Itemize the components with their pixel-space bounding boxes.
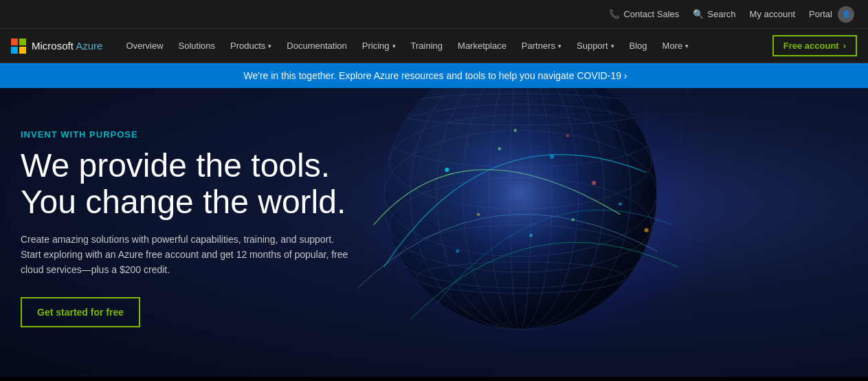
- chevron-down-icon: ▾: [685, 43, 689, 50]
- chevron-down-icon: ▾: [611, 43, 614, 50]
- nav-item-more[interactable]: More ▾: [656, 29, 696, 63]
- logo-sq-red: [11, 39, 18, 45]
- avatar: 👤: [838, 6, 854, 23]
- chevron-right-icon: ›: [843, 41, 846, 51]
- nav-item-support[interactable]: Support ▾: [570, 29, 621, 63]
- nav-item-documentation[interactable]: Documentation: [280, 29, 353, 63]
- top-bar: 📞 Contact Sales 🔍 Search My account Port…: [0, 0, 868, 29]
- nav-item-training[interactable]: Training: [404, 29, 449, 63]
- svg-point-24: [645, 228, 649, 232]
- main-nav: Microsoft Azure Overview Solutions Produ…: [0, 29, 868, 63]
- nav-item-products[interactable]: Products ▾: [223, 29, 278, 63]
- microsoft-logo: [11, 39, 26, 54]
- logo-text: Microsoft Azure: [32, 40, 102, 52]
- logo-sq-blue: [11, 47, 18, 54]
- hero-content: INVENT WITH PURPOSE We provide the tools…: [21, 129, 350, 327]
- get-started-button[interactable]: Get started for free: [21, 297, 140, 327]
- hero-title: We provide the tools. You change the wor…: [21, 148, 350, 221]
- svg-point-23: [619, 202, 622, 206]
- hero-section: INVENT WITH PURPOSE We provide the tools…: [0, 88, 868, 377]
- search-icon: 🔍: [693, 9, 704, 19]
- nav-item-overview[interactable]: Overview: [119, 29, 170, 63]
- nav-item-pricing[interactable]: Pricing ▾: [355, 29, 403, 63]
- nav-items: Overview Solutions Products ▾ Documentat…: [119, 29, 772, 63]
- svg-point-28: [442, 115, 599, 272]
- logo[interactable]: Microsoft Azure: [11, 39, 102, 54]
- logo-sq-yellow: [19, 47, 26, 54]
- portal-user[interactable]: Portal 👤: [809, 6, 854, 23]
- nav-item-partners[interactable]: Partners ▾: [515, 29, 568, 63]
- contact-sales-link[interactable]: 📞 Contact Sales: [609, 9, 679, 19]
- chevron-down-icon: ▾: [392, 43, 396, 50]
- my-account-link[interactable]: My account: [750, 9, 795, 19]
- phone-icon: 📞: [609, 9, 620, 19]
- nav-item-solutions[interactable]: Solutions: [172, 29, 222, 63]
- search-link[interactable]: 🔍 Search: [693, 9, 735, 19]
- nav-item-blog[interactable]: Blog: [623, 29, 654, 63]
- svg-point-25: [456, 250, 459, 253]
- hero-description: Create amazing solutions with powerful c…: [21, 232, 350, 278]
- covid-banner[interactable]: We're in this together. Explore Azure re…: [0, 63, 868, 88]
- logo-sq-green: [19, 39, 26, 45]
- chevron-down-icon: ▾: [268, 43, 271, 50]
- free-account-button[interactable]: Free account ›: [772, 35, 857, 56]
- chevron-down-icon: ▾: [558, 43, 561, 50]
- nav-item-marketplace[interactable]: Marketplace: [451, 29, 513, 63]
- hero-eyebrow: INVENT WITH PURPOSE: [21, 129, 350, 140]
